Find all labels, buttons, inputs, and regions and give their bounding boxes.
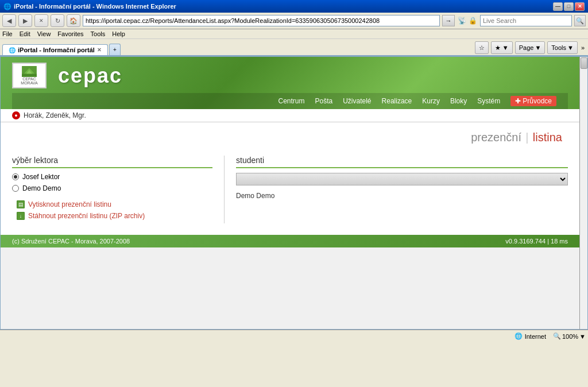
search-button[interactable]: 🔍	[574, 15, 586, 26]
portal-header: CEPAC MORAVA cepac Centrum Pošta Uživate…	[1, 57, 579, 109]
nav-kurzy[interactable]: Kurzy	[422, 97, 440, 105]
print-action[interactable]: ▤ Vytisknout prezenční listinu	[17, 200, 208, 208]
zone-label: Internet	[525, 333, 546, 340]
zoom-icon: 🔍	[553, 332, 561, 340]
add-favorites-button[interactable]: ★ ▼	[491, 41, 513, 54]
tabs-area: 🌐 iPortal - Informační portál ✕ + ☆ ★ ▼ …	[0, 39, 588, 56]
menu-edit[interactable]: Edit	[20, 30, 30, 37]
address-input[interactable]	[83, 15, 440, 26]
download-icon: ↓	[17, 212, 25, 220]
expand-button[interactable]: »	[580, 43, 586, 52]
nav-bloky[interactable]: Bloky	[450, 97, 467, 105]
favorites-button[interactable]: ☆	[475, 41, 489, 54]
nav-posta[interactable]: Pošta	[315, 97, 333, 105]
zoom-dropdown-icon: ▼	[579, 333, 586, 340]
scrollbar[interactable]	[579, 57, 587, 329]
menu-file[interactable]: File	[2, 30, 13, 37]
tab-label: iPortal - Informační portál	[18, 47, 95, 53]
menu-view[interactable]: View	[37, 30, 51, 37]
user-bar: ● Horák, Zdeněk, Mgr.	[1, 109, 579, 122]
title-bar: 🌐 iPortal - Informační portál - Windows …	[0, 0, 588, 13]
radio-button-0[interactable]	[12, 173, 19, 180]
download-action[interactable]: ↓ Stáhnout prezenční listinu (ZIP archiv…	[17, 212, 208, 220]
tab-favicon: 🌐	[9, 47, 16, 53]
stop-button[interactable]: ✕	[34, 14, 48, 27]
user-name: Horák, Zdeněk, Mgr.	[24, 111, 86, 119]
tab-close-button[interactable]: ✕	[97, 47, 102, 53]
home-button[interactable]: 🏠	[67, 14, 80, 27]
page-title-part1: prezenční	[471, 131, 521, 144]
nav-uzivatele[interactable]: Uživatelé	[343, 97, 371, 105]
tools-button[interactable]: Tools ▼	[547, 41, 578, 54]
student-item-0: Demo Demo	[236, 190, 568, 202]
radio-button-1[interactable]	[12, 185, 19, 192]
scrollbar-thumb[interactable]	[581, 57, 587, 69]
go-button[interactable]: →	[442, 15, 455, 26]
new-tab-button[interactable]: +	[109, 44, 121, 55]
print-label: Vytisknout prezenční listinu	[28, 200, 111, 208]
logo-box: CEPAC MORAVA	[12, 63, 47, 88]
browser-title: iPortal - Informační portál - Windows In…	[14, 3, 553, 10]
maximize-button[interactable]: □	[564, 2, 574, 11]
search-input[interactable]	[480, 15, 572, 26]
forward-button[interactable]: ▶	[18, 14, 32, 27]
page-button[interactable]: Page ▼	[515, 41, 546, 54]
nav-menu: Centrum Pošta Uživatelé Realizace Kurzy …	[12, 93, 568, 109]
zoom-level: 100%	[562, 333, 578, 340]
menu-help[interactable]: Help	[112, 30, 125, 37]
right-panel: studenti Demo Demo	[225, 156, 568, 223]
browser-viewport: CEPAC MORAVA cepac Centrum Pošta Uživate…	[0, 56, 588, 330]
title-separator: |	[525, 131, 528, 144]
cepac-logo	[18, 66, 40, 77]
left-panel: výběr lektora Josef Lektor Demo Demo ▤ V…	[12, 156, 225, 223]
version-text: v0.9.3169.744 | 18 ms	[505, 238, 568, 245]
close-button[interactable]: ✕	[575, 2, 585, 11]
back-button[interactable]: ◀	[2, 14, 16, 27]
print-icon: ▤	[17, 200, 25, 208]
content-area: výběr lektora Josef Lektor Demo Demo ▤ V…	[1, 150, 579, 235]
rss-icon: 📡	[457, 16, 466, 25]
status-bar: 🌐 Internet 🔍 100% ▼	[0, 330, 588, 342]
nav-centrum[interactable]: Centrum	[278, 97, 304, 105]
zoom-control[interactable]: 🔍 100% ▼	[553, 332, 586, 340]
nav-system[interactable]: Systém	[477, 97, 500, 105]
user-status-icon: ●	[12, 111, 20, 119]
browser-title-icon: 🌐	[3, 3, 11, 10]
students-dropdown[interactable]	[236, 173, 568, 185]
menu-favorites[interactable]: Favorites	[57, 30, 83, 37]
students-panel-title: studenti	[236, 156, 568, 168]
minimize-button[interactable]: —	[553, 2, 563, 11]
address-bar-area: ◀ ▶ ✕ ↻ 🏠 → 📡 🔒 🔍	[0, 13, 588, 29]
radio-option-1[interactable]: Demo Demo	[12, 184, 212, 192]
pruvodce-button[interactable]: ✚ Průvodce	[510, 96, 556, 106]
portal-footer: (c) Sdružení CEPAC - Morava, 2007-2008 v…	[1, 235, 579, 247]
logo-text: CEPAC MORAVA	[21, 77, 37, 85]
tools-label: Tools	[551, 44, 566, 51]
download-label: Stáhnout prezenční listinu (ZIP archiv)	[28, 212, 145, 220]
radio-label-0: Josef Lektor	[22, 173, 60, 181]
menu-tools[interactable]: Tools	[91, 30, 106, 37]
window-controls: — □ ✕	[553, 2, 585, 11]
security-icon: 🔒	[469, 17, 478, 25]
copyright-text: (c) Sdružení CEPAC - Morava, 2007-2008	[12, 238, 130, 245]
page-title-part2: listina	[533, 131, 562, 144]
page-label: Page	[519, 44, 534, 51]
status-zone-area: 🌐 Internet 🔍 100% ▼	[514, 332, 586, 340]
nav-realizace[interactable]: Realizace	[382, 97, 412, 105]
menu-bar: File Edit View Favorites Tools Help	[0, 29, 588, 39]
brand-title: cepac	[58, 64, 122, 88]
radio-label-1: Demo Demo	[22, 184, 61, 192]
page-title-area: prezenční | listina	[1, 122, 579, 150]
lektor-panel-title: výběr lektora	[12, 156, 212, 168]
active-tab[interactable]: 🌐 iPortal - Informační portál ✕	[2, 44, 108, 55]
zone-icon: 🌐	[514, 332, 523, 340]
radio-option-0[interactable]: Josef Lektor	[12, 173, 212, 181]
refresh-button[interactable]: ↻	[51, 14, 64, 27]
